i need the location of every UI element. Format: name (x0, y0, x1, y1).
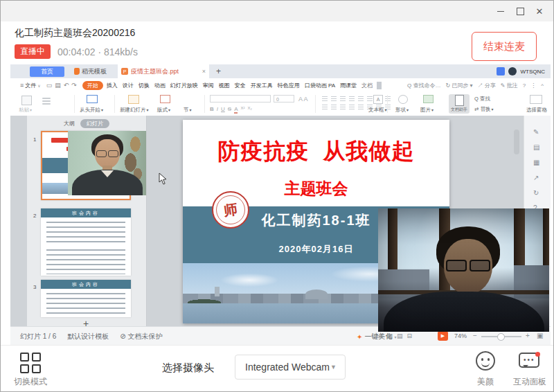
slideshow-play-button[interactable]: ▶ (438, 331, 448, 341)
layout-button[interactable]: 版式 (157, 107, 170, 114)
ribbon-tab-slideshow[interactable]: 幻灯片放映 (169, 81, 199, 90)
sidebar-edit-icon[interactable]: ✎ (533, 128, 539, 136)
ribbon-tab-insert[interactable]: 插入 (105, 81, 119, 90)
italic-button[interactable]: I (217, 106, 218, 114)
ribbon-tab-docs[interactable]: 文档 (360, 81, 374, 90)
new-slide-button[interactable]: 新建幻灯片 (120, 107, 149, 114)
slide-thumbnail-3[interactable]: 班会内容 (41, 280, 131, 317)
interaction-panel-button[interactable]: ••• (519, 353, 539, 368)
text-box-button[interactable]: 文本框 (368, 107, 387, 114)
paste-button[interactable]: 粘贴 (19, 107, 32, 114)
ribbon-tab-review[interactable]: 审阅 (202, 81, 215, 90)
fit-to-window-icon[interactable]: ▣ (537, 332, 543, 339)
zoom-out-button[interactable]: − (473, 332, 477, 339)
play-from-start-button[interactable]: 从头开始 (80, 107, 103, 114)
wps-home-tab[interactable]: 首页 (30, 66, 64, 77)
zoom-in-button[interactable]: + (526, 332, 530, 339)
stream-header: 化工制药主题班会20200216 直播中 00:04:02 · 814kb/s … (1, 21, 553, 64)
save-icon[interactable]: ▭ (46, 82, 53, 89)
doc-assistant-button[interactable]: 文档助手 (449, 94, 470, 114)
layout-icon[interactable] (160, 95, 170, 103)
font-size-select[interactable]: 0 (274, 95, 294, 103)
selection-pane-button[interactable]: 选择窗格 (526, 107, 547, 114)
ribbon-tabs: 开始 插入 设计 切换 动画 幻灯片放映 审阅 视图 安全 开发工具 特色应用 … (82, 81, 382, 90)
help-button[interactable]: ? (523, 82, 526, 89)
reading-view-icon[interactable]: ▤ (397, 332, 403, 339)
ribbon-tab-view[interactable]: 视图 (217, 81, 231, 90)
new-slide-icon[interactable] (128, 95, 139, 104)
find-command-box[interactable]: Q 查找命令… (407, 82, 440, 89)
account-avatar[interactable] (508, 67, 517, 75)
normal-view-icon[interactable]: ▭ (377, 332, 383, 339)
sidebar-share-icon[interactable]: ↗ (533, 174, 539, 181)
slides-tab[interactable]: 幻灯片 (80, 119, 109, 128)
account-name[interactable]: WTSQNC (520, 69, 545, 75)
wps-template-store-tab[interactable]: 稻壳模板 (74, 67, 107, 76)
ribbon-tab-home[interactable]: 开始 (82, 81, 103, 90)
ribbon-tab-features[interactable]: 特色应用 (276, 81, 301, 90)
sidebar-pane-icon[interactable]: ▤ (533, 143, 539, 151)
notes-view-icon[interactable]: ⊟ (407, 332, 413, 339)
sorter-view-icon[interactable]: ▦ (387, 332, 393, 339)
shapes-button[interactable]: 形状 (395, 107, 409, 114)
picture-button[interactable]: 图片 (420, 107, 434, 114)
replace-button[interactable]: ⇄ 替换 (474, 106, 493, 113)
undo-icon[interactable]: ↶ (64, 82, 69, 89)
sync-status[interactable]: ↻ 已同步 ▾ (445, 82, 472, 89)
beauty-filter-button[interactable] (476, 351, 495, 371)
subscript-button[interactable]: X₂ (247, 106, 251, 114)
ribbon-tab-rain-classroom[interactable]: 雨课堂 (339, 81, 358, 90)
presenter-webcam-video[interactable] (68, 131, 146, 195)
webcam2-buildings-right (514, 265, 549, 299)
share-button[interactable]: ↗ 分享 (478, 82, 496, 89)
strikethrough-button[interactable]: S (228, 106, 231, 114)
font-color-button[interactable]: A (234, 106, 238, 114)
ribbon-tab-transition[interactable]: 切换 (137, 81, 151, 90)
minimize-button[interactable] (491, 1, 510, 21)
outline-tab[interactable]: 大纲 (64, 120, 75, 127)
comment-button[interactable]: ✎ 批注 (501, 82, 518, 89)
zoom-level[interactable]: 74% (454, 332, 467, 339)
ribbon-tab-pocket-animation[interactable]: 口袋动画 PA (303, 81, 337, 90)
section-button[interactable]: 节 (184, 107, 192, 114)
zoom-slider-knob[interactable] (497, 333, 505, 341)
ribbon-tab-design[interactable]: 设计 (121, 81, 135, 90)
template-name[interactable]: 默认设计模板 (67, 332, 109, 341)
template-store-icon (74, 68, 80, 75)
close-button[interactable]: ✕ (530, 1, 549, 21)
member-icon[interactable] (497, 67, 505, 75)
play-from-start-icon[interactable] (87, 95, 98, 103)
cut-copy-painter-icons[interactable] (42, 96, 51, 106)
local-webcam-video[interactable] (378, 208, 549, 332)
ribbon-tab-devtools[interactable]: 开发工具 (249, 81, 274, 90)
maximize-button[interactable] (510, 1, 530, 21)
font-grow-shrink-buttons[interactable]: A A (298, 96, 308, 103)
paste-icon[interactable] (21, 96, 32, 105)
sidebar-sync-icon[interactable]: ↻ (533, 189, 539, 197)
protection-status[interactable]: ⊘ 文档未保护 (120, 332, 162, 341)
new-tab-button[interactable]: + (216, 66, 221, 76)
bold-button[interactable]: B (210, 106, 214, 114)
more-icon[interactable]: ⋮ (530, 82, 536, 89)
superscript-button[interactable]: X² (240, 106, 244, 114)
font-family-select[interactable] (210, 95, 271, 103)
tab-close-icon[interactable]: × (202, 68, 206, 75)
underline-button[interactable]: U (221, 106, 225, 114)
print-icon[interactable]: ▤ (55, 82, 61, 89)
wps-document-tab[interactable]: P 疫情主题班会.ppt × (118, 64, 209, 78)
window-frame-bar (388, 208, 397, 299)
collapse-ribbon-icon[interactable]: ^ (541, 82, 544, 89)
file-menu[interactable]: ≡ 文件 ∨ (20, 82, 41, 89)
slide-thumbnail-2[interactable]: 班会内容 (41, 208, 131, 276)
camera-select-dropdown[interactable]: Integrated Webcam ▼ (235, 355, 346, 380)
switch-mode-button[interactable] (20, 353, 41, 373)
end-connection-button[interactable]: 结束连麦 (472, 32, 537, 61)
redo-icon[interactable]: ↷ (71, 82, 77, 89)
ribbon-tab-animation[interactable]: 动画 (153, 81, 167, 90)
ribbon-tab-security[interactable]: 安全 (233, 81, 247, 90)
scrollbar-thumb[interactable] (514, 130, 519, 154)
thumb-text-lines (46, 222, 125, 244)
quick-access-toolbar: ▭ ▤ ↶ ↷ (46, 82, 77, 89)
find-button[interactable]: Q 查找 (474, 96, 490, 103)
sidebar-grid-icon[interactable]: ▦ (533, 159, 539, 166)
